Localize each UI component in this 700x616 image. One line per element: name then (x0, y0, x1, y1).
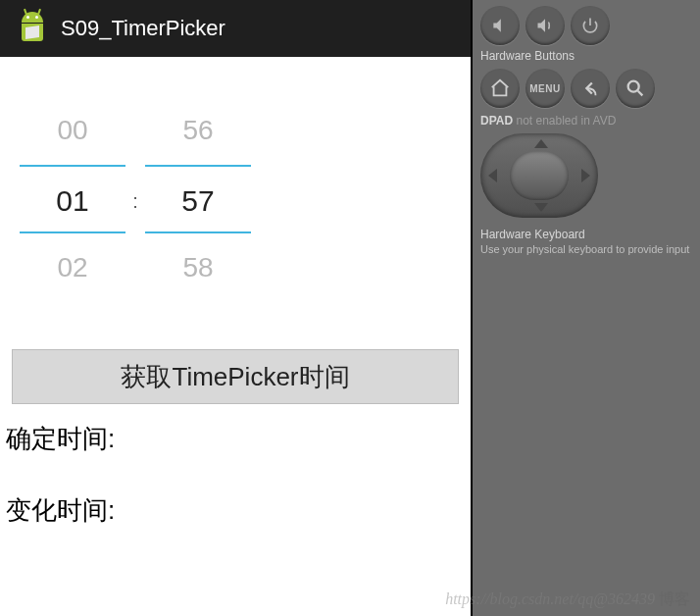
hour-prev[interactable]: 00 (20, 96, 125, 165)
dpad-center-button (510, 151, 569, 200)
hardware-keyboard-sublabel: Use your physical keyboard to provide in… (480, 243, 692, 255)
dpad-down-icon (534, 203, 548, 212)
app-icon (14, 10, 51, 47)
hour-picker[interactable]: 00 01 02 (20, 96, 125, 302)
minute-next[interactable]: 58 (145, 233, 251, 302)
emulator-panel: Hardware Buttons MENU DPAD (473, 0, 700, 616)
get-time-button[interactable]: 获取TimePicker时间 (12, 349, 459, 404)
app-title: S09_TimerPicker (61, 16, 225, 41)
hour-next[interactable]: 02 (20, 233, 125, 302)
minute-current[interactable]: 57 (145, 165, 251, 233)
hour-current[interactable]: 01 (20, 165, 125, 233)
search-button[interactable] (616, 69, 655, 108)
minute-prev[interactable]: 56 (145, 96, 251, 165)
dpad-label: DPAD not enabled in AVD (480, 114, 692, 128)
dpad (480, 133, 598, 218)
change-time-label: 变化时间: (2, 484, 469, 538)
action-bar: S09_TimerPicker (0, 0, 471, 57)
hardware-buttons-label: Hardware Buttons (480, 49, 692, 63)
confirm-time-label: 确定时间: (2, 412, 469, 466)
minute-picker[interactable]: 56 57 58 (145, 96, 251, 302)
dpad-left-icon (488, 169, 497, 182)
time-picker[interactable]: 00 01 02 : 56 57 58 (2, 67, 469, 341)
time-separator: : (125, 167, 145, 302)
device-screen: S09_TimerPicker 00 01 02 : 56 57 58 获取Ti… (0, 0, 473, 616)
back-button[interactable] (571, 69, 610, 108)
volume-up-button[interactable] (525, 6, 565, 45)
svg-point-0 (628, 81, 639, 92)
hardware-keyboard-label: Hardware Keyboard (480, 228, 692, 241)
power-button[interactable] (571, 6, 610, 45)
volume-down-button[interactable] (480, 6, 520, 45)
dpad-right-icon (581, 169, 590, 182)
dpad-up-icon (534, 139, 548, 148)
menu-button[interactable]: MENU (525, 69, 565, 108)
content-area: 00 01 02 : 56 57 58 获取TimePicker时间 确定时间:… (0, 57, 471, 616)
home-button[interactable] (480, 69, 520, 108)
